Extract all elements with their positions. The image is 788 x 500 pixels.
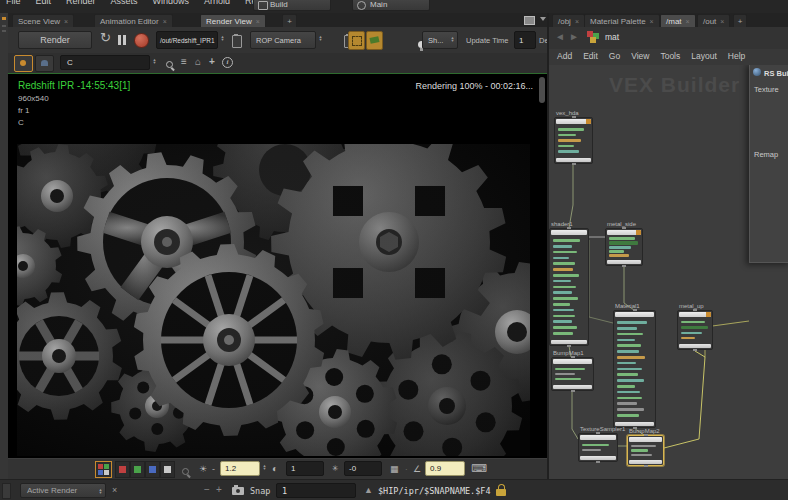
zoom-in-icon[interactable]: + <box>216 484 222 495</box>
contrast-field[interactable]: 1 <box>286 461 324 476</box>
viewport-scrollbar[interactable] <box>539 77 545 103</box>
netmenu-add[interactable]: Add <box>557 51 572 61</box>
material-node[interactable]: vex_hda <box>554 117 593 164</box>
close-render-icon[interactable]: × <box>112 485 117 495</box>
node-output-bar[interactable] <box>629 460 662 464</box>
node-flag[interactable] <box>586 119 591 124</box>
rop-spinner[interactable]: ▲▼ <box>219 35 226 41</box>
preview-toggle-button[interactable] <box>35 55 54 72</box>
re-render-icon[interactable]: ↻ <box>100 31 111 45</box>
render-region-button[interactable] <box>348 31 365 50</box>
channel-list-icon[interactable]: ≡ <box>181 55 187 69</box>
netmenu-tools[interactable]: Tools <box>660 51 680 61</box>
material-node[interactable]: BumpMap1 <box>551 357 594 391</box>
tab-out[interactable]: /out× <box>697 14 730 27</box>
render-viewport[interactable]: Redshift IPR -14:55:43[1] 960x540 fr 1 C… <box>8 73 547 459</box>
info-icon[interactable]: i <box>222 57 233 68</box>
material-node[interactable]: metal_up <box>677 310 713 350</box>
node-output-bar[interactable] <box>551 340 587 344</box>
tab-close-icon[interactable]: × <box>163 18 167 25</box>
netmenu-view[interactable]: View <box>631 51 649 61</box>
tab-render-view[interactable]: Render View× <box>200 14 266 27</box>
rop-chooser-icon[interactable] <box>232 35 242 48</box>
tab-close-icon[interactable]: × <box>720 18 724 25</box>
plane-dropdown[interactable]: C <box>60 55 150 70</box>
lock-icon[interactable] <box>496 484 507 497</box>
node-header[interactable] <box>615 312 654 317</box>
tab-animation-editor[interactable]: Animation Editor× <box>94 14 173 27</box>
pixel-inspect-icon[interactable] <box>182 468 192 478</box>
netmenu-layout[interactable]: Layout <box>691 51 717 61</box>
menu-file[interactable]: File <box>6 0 21 6</box>
menu-render[interactable]: Render <box>66 0 96 6</box>
stop-render-icon[interactable] <box>134 33 149 48</box>
node-header[interactable] <box>556 119 591 124</box>
channel-blue-button[interactable] <box>145 461 160 478</box>
material-node[interactable]: shader1 <box>549 228 589 346</box>
channel-alpha-button[interactable] <box>160 461 175 478</box>
exposure-field[interactable]: 1.2 <box>220 461 260 476</box>
nav-forward-icon[interactable]: ► <box>569 31 579 42</box>
shelf-selector[interactable]: Main <box>352 0 430 11</box>
menu-assets[interactable]: Assets <box>111 0 138 6</box>
update-time-field[interactable]: 1 <box>514 31 536 49</box>
node-output-bar[interactable] <box>607 260 641 264</box>
snapshot-camera-icon[interactable] <box>232 487 244 495</box>
pane-maximize-icon[interactable] <box>524 16 535 25</box>
material-node[interactable]: Material1 <box>613 310 656 428</box>
zoom-icon[interactable] <box>166 61 176 71</box>
netmenu-edit[interactable]: Edit <box>583 51 598 61</box>
channel-rgba-button[interactable] <box>95 461 112 478</box>
node-header[interactable] <box>607 230 641 235</box>
desktop-selector[interactable]: Build <box>253 0 331 11</box>
tab-close-icon[interactable]: × <box>64 18 68 25</box>
tab-scene-view[interactable]: Scene View× <box>12 14 74 27</box>
pause-icon[interactable] <box>118 35 127 45</box>
node-output-bar[interactable] <box>553 385 592 389</box>
shader-dropdown[interactable]: Sh... ▲▼ <box>422 31 458 49</box>
ipr-toggle-button[interactable] <box>14 55 33 72</box>
home-view-icon[interactable]: ⌂ <box>195 55 201 69</box>
zoom-out-icon[interactable]: − <box>204 484 210 495</box>
node-header[interactable] <box>551 230 587 235</box>
active-render-dropdown[interactable]: Active Render ▲▼ <box>20 483 106 498</box>
network-editor[interactable]: VEX Builder vex_hdashader1metal_sideMate… <box>549 65 788 479</box>
tab-close-icon[interactable]: × <box>575 18 579 25</box>
node-header[interactable] <box>629 437 662 442</box>
netmenu-go[interactable]: Go <box>609 51 620 61</box>
channel-green-button[interactable] <box>130 461 145 478</box>
gamma-field[interactable]: 0.9 <box>425 461 465 476</box>
camera-dropdown[interactable]: ROP Camera <box>250 31 316 49</box>
nav-back-icon[interactable]: ◄ <box>555 31 565 42</box>
snapshot-button[interactable] <box>366 31 383 50</box>
netmenu-help[interactable]: Help <box>728 51 745 61</box>
rop-path-dropdown[interactable]: /out/Redshift_IPR1 <box>156 31 218 49</box>
crosshair-icon[interactable]: + <box>209 55 215 69</box>
tab-close-icon[interactable]: × <box>686 18 690 25</box>
node-output-bar[interactable] <box>580 456 616 460</box>
tab-close-icon[interactable]: × <box>650 18 654 25</box>
material-node[interactable]: metal_side <box>605 228 643 266</box>
lut-icon[interactable]: ▦ <box>390 462 399 476</box>
node-output-bar[interactable] <box>556 158 591 162</box>
render-button[interactable]: Render <box>18 31 92 49</box>
tab-close-icon[interactable]: × <box>256 18 260 25</box>
plane-spinner[interactable]: ▲▼ <box>151 58 158 64</box>
node-flag[interactable] <box>636 230 641 235</box>
tab-obj[interactable]: /obj× <box>552 14 585 27</box>
tab-material-palette[interactable]: Material Palette× <box>584 14 660 27</box>
new-tab-button[interactable]: + <box>733 14 747 27</box>
snap-field[interactable]: 1 <box>276 483 356 498</box>
keyboard-icon[interactable]: ⌨ <box>471 461 487 475</box>
exposure-minus[interactable]: - <box>212 464 215 474</box>
material-node[interactable]: BumpMap2 <box>627 435 664 466</box>
breadcrumb[interactable]: mat <box>605 32 619 42</box>
menu-windows[interactable]: Windows <box>153 0 190 6</box>
pane-menu-icon[interactable] <box>540 17 546 21</box>
menu-edit[interactable]: Edit <box>36 0 52 6</box>
menu-arnold[interactable]: Arnold <box>204 0 230 6</box>
exposure-spinner[interactable]: ▲▼ <box>261 464 268 470</box>
tab-mat[interactable]: /mat× <box>660 14 696 27</box>
new-tab-button[interactable]: + <box>282 14 297 27</box>
channel-red-button[interactable] <box>115 461 130 478</box>
